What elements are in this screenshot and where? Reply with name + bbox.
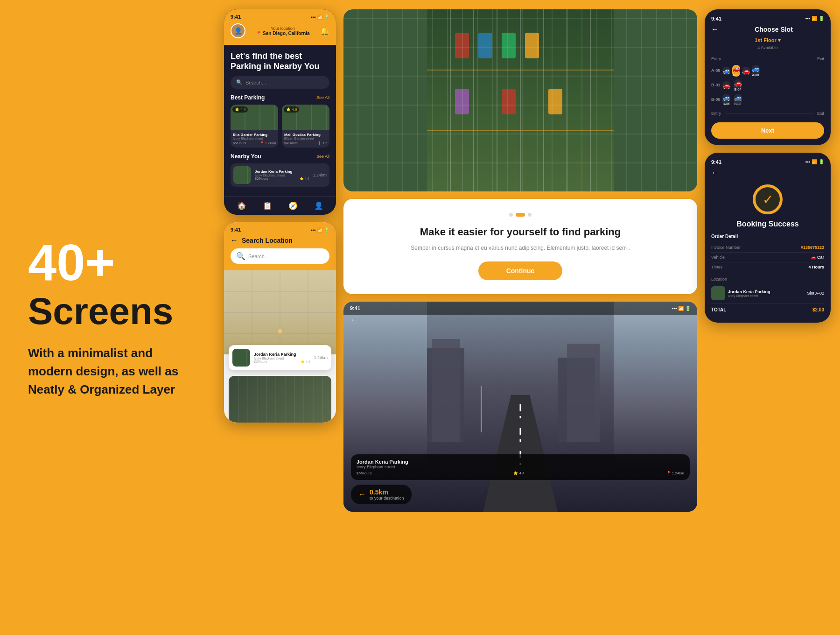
parking-cards: ⭐ 4.4 Elia Garder Parking Ivory Elephant… [231, 105, 329, 148]
right-column: 9:41 ▪▪▪ 📶 🔋 ← Choose Slot 1st Floor ▾ 4… [705, 9, 831, 323]
result-name: Jordan Keria Parking [254, 352, 310, 357]
slot-a-left[interactable]: 🚙 [722, 67, 730, 75]
result-addr: Ivory Elephant street [254, 357, 310, 360]
best-parking-header: Best Parking See All [231, 94, 329, 101]
nearby-title: Nearby You [231, 153, 261, 160]
slot-row-a: A-05 🚙 🚗 A-02 🚗 🚙 A-08 [711, 65, 824, 77]
street-card-wrapper: 9:41 ▪▪▪ 📶 🔋 ← Jordan Keria Parking Ivor… [343, 302, 697, 512]
nav-home-icon[interactable]: 🏠 [237, 201, 246, 210]
onboarding-description: Semper in cursus magna et eu varius nunc… [411, 244, 630, 252]
best-parking-title: Best Parking [231, 94, 265, 101]
continue-button[interactable]: Continue [478, 261, 563, 280]
parking-card-2-info: Mall Gozilas Parking Elisan Garden stree… [282, 130, 329, 148]
car-cyan-icon: 🚙 [752, 65, 760, 72]
status-icons: ▪▪▪ 📶 🔋 [311, 14, 329, 20]
slot-a-right1[interactable]: 🚗 [742, 67, 750, 75]
svg-rect-31 [432, 339, 460, 442]
success-title: Booking Success [711, 220, 824, 228]
entry-exit-row-1: Entry Exit [711, 55, 824, 63]
location-result-card[interactable]: Jordan Keria Parking Ivory Elephant stre… [229, 345, 331, 370]
hero-screens-label: Screens [28, 293, 196, 330]
slot-b05[interactable]: 🚙 B-06 [722, 94, 730, 106]
parking-card-2-img: ⭐ 4.6 [282, 105, 329, 130]
divider-2 [725, 113, 813, 114]
search-bar-icon: 🔍 [236, 252, 245, 261]
dot-3 [528, 213, 532, 217]
street-info-card[interactable]: Jordan Keria Parking Ivory Elephant stre… [351, 454, 690, 480]
exit-label-2: Exit [817, 111, 824, 116]
search-header: 9:41 ▪▪▪ 📶 🔋 ← Search Location 🔍 Search.… [224, 222, 336, 270]
bell-icon[interactable]: 🔔 [320, 27, 329, 35]
search-status-icons: ▪▪▪ 📶 🔋 [311, 227, 329, 233]
slot-title: Choose Slot [723, 26, 824, 33]
nearby-item-1[interactable]: Jordan Keria Parking Ivory Elephant stre… [231, 163, 329, 187]
rating-badge-2: ⭐ 4.6 [284, 106, 299, 113]
search-time: 9:41 [231, 227, 241, 233]
search-back-icon[interactable]: ← [231, 236, 238, 245]
parking-card-2[interactable]: ⭐ 4.6 Mall Gozilas Parking Elisan Garden… [282, 105, 329, 148]
nav-compass-icon[interactable]: 🧭 [288, 201, 298, 210]
result-img [232, 349, 250, 367]
order-vehicle-row: Vehicle 🚗 Car [711, 253, 824, 262]
parking-lot-svg [343, 9, 697, 191]
success-back-icon[interactable]: ← [711, 169, 824, 177]
result-info: Jordan Keria Parking Ivory Elephant stre… [254, 352, 310, 364]
search-placeholder: Search... [245, 80, 266, 85]
street-status-icons: ▪▪▪ 📶 🔋 [672, 306, 691, 311]
svg-rect-19 [478, 33, 492, 58]
parking-card-1[interactable]: ⭐ 4.4 Elia Garder Parking Ivory Elephant… [231, 105, 278, 148]
slot-back-icon[interactable]: ← [711, 25, 719, 34]
main-hero-text: Let's find the best Parking in Nearby Yo… [231, 51, 329, 71]
choose-slot-screen: 9:41 ▪▪▪ 📶 🔋 ← Choose Slot 1st Floor ▾ 4… [705, 9, 831, 145]
svg-rect-8 [427, 9, 614, 191]
parking-2-addr: Elisan Garden street [284, 137, 327, 140]
status-bar: 9:41 ▪▪▪ 📶 🔋 [231, 14, 329, 20]
car-b01-icon: 🚗 [722, 82, 730, 89]
nearby-header: Nearby You See All [231, 153, 329, 160]
see-all-1[interactable]: See All [316, 95, 329, 100]
slot-a02-selected[interactable]: 🚗 A-02 [732, 65, 740, 77]
svg-rect-34 [481, 386, 482, 432]
nav-profile-icon[interactable]: 👤 [314, 201, 323, 210]
street-back-icon[interactable]: ← [350, 316, 357, 324]
slot-b08[interactable]: 🚙 B-08 [734, 94, 742, 106]
nav-list-icon[interactable]: 📋 [263, 201, 272, 210]
slot-a-right2[interactable]: 🚙 A-08 [752, 65, 760, 77]
entry-exit-row-2: Entry Exit [711, 109, 824, 118]
next-button[interactable]: Next [711, 122, 824, 139]
svg-point-7 [278, 329, 282, 333]
loc-name: Jordan Keria Parking [728, 289, 804, 294]
svg-rect-20 [502, 33, 516, 58]
svg-rect-22 [455, 89, 469, 114]
search-title-row: ← Search Location [231, 236, 329, 245]
location-info: Your location 📍 San Diego, California [245, 26, 320, 36]
see-all-2[interactable]: See All [316, 154, 329, 159]
car-blue-icon: 🚙 [722, 67, 730, 74]
dist-arrow-icon: ← [358, 490, 366, 499]
nearby-img [233, 166, 251, 184]
street-card: 9:41 ▪▪▪ 📶 🔋 ← Jordan Keria Parking Ivor… [343, 302, 697, 512]
available-count: 4 Available [711, 45, 824, 50]
dist-info: 0.5km to your destination [370, 488, 404, 501]
phones-column-1: 9:41 ▪▪▪ 📶 🔋 👤 Your location 📍 San Diego… [224, 9, 336, 423]
floor-selector[interactable]: 1st Floor ▾ [711, 37, 824, 43]
result-distance: 1.24km [314, 355, 328, 360]
total-val: $2.00 [812, 307, 824, 312]
svg-rect-24 [548, 89, 562, 114]
vehicle-label: Vehicle [711, 255, 725, 260]
street-photo: 9:41 ▪▪▪ 📶 🔋 ← Jordan Keria Parking Ivor… [343, 302, 697, 512]
success-status-bar: 9:41 ▪▪▪ 📶 🔋 [711, 159, 824, 165]
slot-b04[interactable]: 🚗 B-04 [734, 79, 742, 91]
search-input-bar[interactable]: 🔍 Search... [231, 248, 329, 264]
center-column: Make it easier for yourself to find park… [343, 9, 697, 512]
parking-card-1-img: ⭐ 4.4 [231, 105, 278, 130]
loc-img [711, 286, 725, 300]
invoice-val: #135675323 [801, 245, 824, 250]
slot-b01[interactable]: 🚗 [722, 81, 730, 89]
location-pin: 📍 [256, 31, 261, 36]
parking-2-meta: $4/Hours 📍 1.2 [284, 141, 327, 145]
main-search-bar[interactable]: 🔍 Search... [231, 76, 329, 89]
car-b04-icon: 🚗 [734, 79, 742, 87]
slot-time: 9:41 [711, 16, 721, 21]
avatar: 👤 [231, 23, 245, 38]
